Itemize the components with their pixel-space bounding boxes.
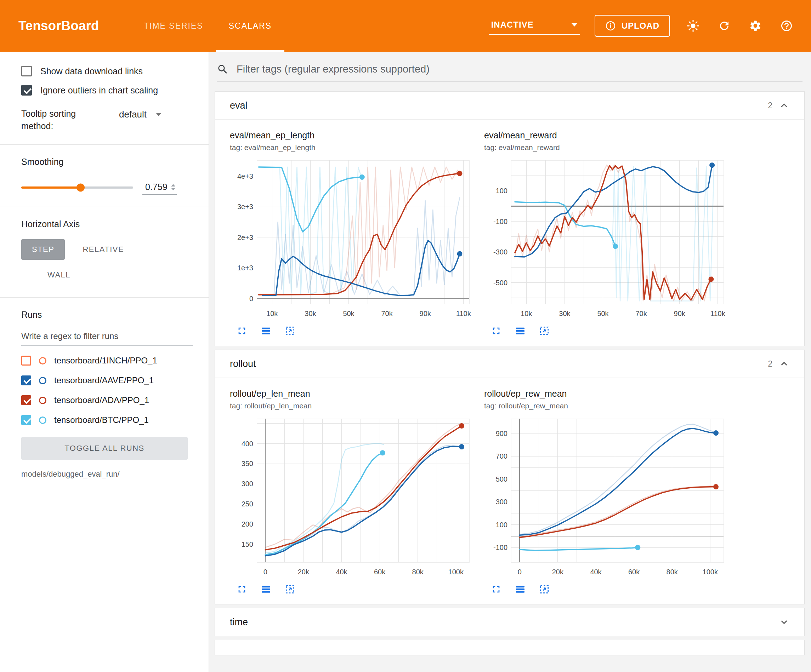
svg-text:0: 0: [249, 295, 253, 303]
section-header-rollout[interactable]: rollout 2: [215, 350, 804, 377]
run-label: tensorboard/BTC/PPO_1: [54, 415, 149, 425]
svg-text:10k: 10k: [521, 310, 532, 317]
tooltip-sorting-label: Tooltip sorting method:: [21, 108, 99, 132]
section-card-rollout: rollout 2 rollout/ep_len_mean tag: rollo…: [215, 350, 804, 604]
svg-text:1e+3: 1e+3: [237, 264, 253, 272]
axis-wall-button[interactable]: WALL: [37, 265, 81, 285]
tooltip-sorting-dropdown[interactable]: default: [119, 108, 161, 120]
svg-text:100: 100: [496, 521, 507, 529]
svg-text:200: 200: [241, 520, 253, 528]
info-icon: [605, 20, 616, 31]
theme-brightness-icon[interactable]: [685, 18, 701, 34]
line-chart[interactable]: 10k30k50k70k90k110k01e+32e+33e+34e+3: [230, 155, 474, 322]
run-item-aave: tensorboard/AAVE/PPO_1: [21, 376, 193, 385]
app-header: TensorBoard TIME SERIES SCALARS INACTIVE…: [0, 0, 811, 52]
chevron-up-icon[interactable]: [779, 100, 789, 111]
status-dropdown[interactable]: INACTIVE: [489, 17, 580, 35]
horizontal-axis-buttons: STEP RELATIVE WALL: [21, 239, 173, 285]
fit-domain-icon[interactable]: [538, 583, 551, 596]
svg-text:90k: 90k: [420, 310, 431, 317]
svg-text:150: 150: [241, 540, 253, 548]
line-chart[interactable]: 020k40k60k80k100k-100100300500700900: [484, 414, 728, 580]
svg-text:300: 300: [496, 498, 507, 506]
tag-filter-input[interactable]: [236, 63, 803, 75]
run-label: tensorboard/ADA/PPO_1: [54, 395, 149, 405]
section-title: rollout: [230, 359, 256, 369]
run-checkbox[interactable]: [21, 355, 31, 366]
svg-text:80k: 80k: [412, 568, 424, 576]
run-checkbox[interactable]: [21, 415, 31, 425]
chart-widget-rollout-ep-len-mean: rollout/ep_len_mean tag: rollout/ep_len_…: [230, 389, 475, 596]
view-data-icon[interactable]: [514, 325, 527, 337]
expand-chart-icon[interactable]: [490, 583, 502, 596]
number-spinner: [171, 184, 175, 190]
section-header-time[interactable]: time: [215, 608, 804, 636]
spinner-up-icon[interactable]: [171, 184, 175, 186]
chevron-up-icon[interactable]: [779, 359, 789, 369]
spinner-down-icon[interactable]: [171, 188, 175, 190]
runs-filter-input[interactable]: [21, 328, 193, 346]
svg-text:-500: -500: [493, 279, 507, 287]
smoothing-control: 0.759: [21, 181, 193, 195]
svg-text:110k: 110k: [456, 310, 472, 317]
expand-chart-icon[interactable]: [490, 325, 502, 337]
chart-tag: tag: rollout/ep_len_mean: [230, 402, 475, 410]
expand-chart-icon[interactable]: [236, 583, 248, 596]
fit-domain-icon[interactable]: [538, 325, 551, 337]
section-header-eval[interactable]: eval 2: [215, 91, 804, 119]
svg-text:80k: 80k: [667, 568, 678, 576]
chevron-down-icon[interactable]: [779, 617, 789, 627]
smoothing-value-field[interactable]: 0.759: [143, 181, 177, 195]
show-download-links-checkbox[interactable]: [21, 66, 32, 76]
svg-text:70k: 70k: [381, 310, 393, 317]
svg-text:-300: -300: [493, 248, 507, 256]
settings-gear-icon[interactable]: [747, 18, 763, 34]
fit-domain-icon[interactable]: [284, 583, 297, 596]
line-chart[interactable]: 020k40k60k80k100k150200250300350400: [230, 414, 474, 580]
svg-text:100k: 100k: [448, 568, 464, 576]
fit-domain-icon[interactable]: [284, 325, 297, 337]
svg-text:20k: 20k: [552, 568, 564, 576]
axis-relative-button[interactable]: RELATIVE: [72, 239, 134, 260]
expand-chart-icon[interactable]: [236, 325, 248, 337]
section-body-rollout: rollout/ep_len_mean tag: rollout/ep_len_…: [215, 377, 804, 604]
svg-text:50k: 50k: [343, 310, 355, 317]
svg-text:20k: 20k: [298, 568, 309, 576]
tab-time-series[interactable]: TIME SERIES: [131, 0, 216, 52]
chart-toolbar: [490, 583, 729, 596]
smoothing-slider[interactable]: [21, 186, 133, 189]
tab-scalars[interactable]: SCALARS: [216, 0, 284, 52]
section-card-partial: [215, 640, 804, 655]
ignore-outliers-checkbox[interactable]: [21, 85, 32, 96]
svg-text:50k: 50k: [597, 310, 609, 317]
upload-button[interactable]: UPLOAD: [595, 15, 670, 37]
header-controls: INACTIVE UPLOAD: [489, 0, 811, 52]
svg-text:30k: 30k: [559, 310, 570, 317]
section-body-eval: eval/mean_ep_length tag: eval/mean_ep_le…: [215, 119, 804, 346]
runs-logdir-path: models/debugged_eval_run/: [21, 470, 193, 479]
run-color-ring: [39, 397, 46, 404]
run-checkbox[interactable]: [21, 395, 31, 405]
run-checkbox[interactable]: [21, 376, 31, 385]
svg-text:4e+3: 4e+3: [237, 172, 253, 180]
slider-knob[interactable]: [76, 184, 85, 192]
refresh-icon[interactable]: [716, 18, 732, 34]
run-color-ring: [39, 357, 46, 364]
chart-toolbar: [236, 583, 475, 596]
line-chart[interactable]: 10k30k50k70k90k110k100-100-300-500: [484, 155, 728, 322]
status-dropdown-value: INACTIVE: [491, 20, 534, 30]
tooltip-sorting-row: Tooltip sorting method: default: [21, 108, 193, 132]
svg-text:100k: 100k: [702, 568, 718, 576]
svg-text:500: 500: [496, 475, 507, 483]
view-data-icon[interactable]: [260, 583, 272, 596]
ignore-outliers-row: Ignore outliers in chart scaling: [21, 85, 193, 96]
app-title: TensorBoard: [0, 0, 117, 52]
toggle-all-runs-button[interactable]: TOGGLE ALL RUNS: [21, 437, 188, 460]
divider: [0, 297, 209, 298]
axis-step-button[interactable]: STEP: [21, 239, 65, 260]
view-data-icon[interactable]: [260, 325, 272, 337]
divider: [0, 144, 209, 145]
help-icon[interactable]: [779, 18, 795, 34]
svg-text:40k: 40k: [590, 568, 602, 576]
view-data-icon[interactable]: [514, 583, 527, 596]
